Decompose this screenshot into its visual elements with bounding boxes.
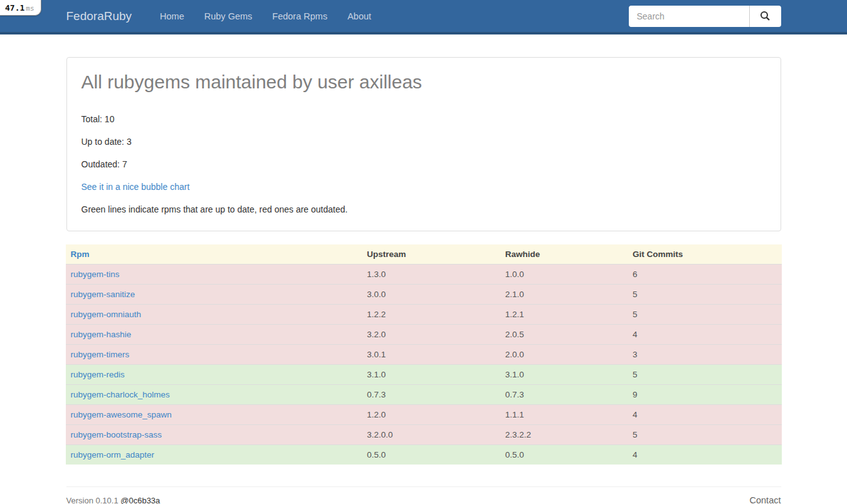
upstream-version: 1.3.0 <box>362 265 500 285</box>
table-row: rubygem-charlock_holmes0.7.30.7.39 <box>66 385 782 405</box>
bubble-chart-link[interactable]: See it in a nice bubble chart <box>82 182 190 192</box>
upstream-column-header: Upstream <box>362 244 500 265</box>
upstream-version: 3.0.0 <box>362 285 500 305</box>
rawhide-column-header: Rawhide <box>500 244 628 265</box>
brand-link[interactable]: FedoraRuby <box>66 9 142 23</box>
total-count: Total: 10 <box>82 113 766 125</box>
search-form <box>629 6 781 27</box>
rawhide-version: 3.1.0 <box>500 365 628 385</box>
upstream-version: 1.2.2 <box>362 305 500 325</box>
upstream-version: 0.5.0 <box>362 445 500 465</box>
git-commits-count: 9 <box>628 385 782 405</box>
version-info: Version 0.10.1 @0c6b33a <box>66 496 160 504</box>
summary-panel: All rubygems maintained by user axilleas… <box>66 57 781 231</box>
rpm-link[interactable]: rubygem-sanitize <box>71 290 135 299</box>
profiler-time: 47.1 <box>5 3 24 13</box>
main-nav: Home Ruby Gems Fedora Rpms About <box>150 0 381 32</box>
rawhide-version: 2.3.2.2 <box>500 425 628 445</box>
git-commits-count: 4 <box>628 445 782 465</box>
rawhide-version: 1.0.0 <box>500 265 628 285</box>
rawhide-version: 0.5.0 <box>500 445 628 465</box>
search-input[interactable] <box>629 6 750 27</box>
rpm-link[interactable]: rubygem-charlock_holmes <box>71 390 170 399</box>
main-content: All rubygems maintained by user axilleas… <box>57 57 791 504</box>
search-icon <box>760 11 771 21</box>
navbar: FedoraRuby Home Ruby Gems Fedora Rpms Ab… <box>0 0 847 34</box>
rawhide-version: 1.2.1 <box>500 305 628 325</box>
rawhide-version: 2.1.0 <box>500 285 628 305</box>
upstream-version: 1.2.0 <box>362 405 500 425</box>
nav-item-about[interactable]: About <box>337 0 381 32</box>
rpm-link[interactable]: rubygem-omniauth <box>71 310 142 319</box>
nav-item-fedora-rpms[interactable]: Fedora Rpms <box>262 0 337 32</box>
git-commits-column-header: Git Commits <box>628 244 782 265</box>
rpm-link[interactable]: rubygem-redis <box>71 370 125 379</box>
page-title: All rubygems maintained by user axilleas <box>82 71 766 93</box>
git-commits-count: 5 <box>628 365 782 385</box>
nav-item-home[interactable]: Home <box>150 0 194 32</box>
git-commits-count: 5 <box>628 285 782 305</box>
upstream-version: 3.2.0.0 <box>362 425 500 445</box>
profiler-unit: ms <box>26 4 34 13</box>
rawhide-version: 0.7.3 <box>500 385 628 405</box>
rpm-link[interactable]: rubygem-orm_adapter <box>71 450 155 459</box>
upstream-version: 0.7.3 <box>362 385 500 405</box>
profiler-badge[interactable]: 47.1ms <box>0 0 41 16</box>
page-footer: Version 0.10.1 @0c6b33a Contact <box>66 487 781 504</box>
up-to-date-count: Up to date: 3 <box>82 135 766 148</box>
table-row: rubygem-hashie3.2.02.0.54 <box>66 325 782 345</box>
table-row: rubygem-sanitize3.0.02.1.05 <box>66 285 782 305</box>
table-row: rubygem-redis3.1.03.1.05 <box>66 365 782 385</box>
rawhide-version: 1.1.1 <box>500 405 628 425</box>
table-row: rubygem-omniauth1.2.21.2.15 <box>66 305 782 325</box>
table-header-row: Rpm Upstream Rawhide Git Commits <box>66 244 782 265</box>
rawhide-version: 2.0.5 <box>500 325 628 345</box>
rpm-column-sort-link[interactable]: Rpm <box>71 249 90 259</box>
git-commits-count: 4 <box>628 405 782 425</box>
git-commits-count: 3 <box>628 345 782 365</box>
rawhide-version: 2.0.0 <box>500 345 628 365</box>
contact-link[interactable]: Contact <box>750 495 781 504</box>
rpm-link[interactable]: rubygem-bootstrap-sass <box>71 430 162 439</box>
upstream-version: 3.2.0 <box>362 325 500 345</box>
rpms-table: Rpm Upstream Rawhide Git Commits rubygem… <box>66 244 782 465</box>
rpm-link[interactable]: rubygem-awesome_spawn <box>71 410 172 419</box>
table-row: rubygem-bootstrap-sass3.2.0.02.3.2.25 <box>66 425 782 445</box>
rpm-link[interactable]: rubygem-hashie <box>71 330 132 339</box>
table-row: rubygem-tins1.3.01.0.06 <box>66 265 782 285</box>
upstream-version: 3.0.1 <box>362 345 500 365</box>
git-commits-count: 5 <box>628 305 782 325</box>
outdated-count: Outdated: 7 <box>82 158 766 171</box>
table-row: rubygem-timers3.0.12.0.03 <box>66 345 782 365</box>
search-button[interactable] <box>750 6 781 27</box>
nav-item-ruby-gems[interactable]: Ruby Gems <box>194 0 263 32</box>
rpm-link[interactable]: rubygem-tins <box>71 270 120 279</box>
git-commits-count: 6 <box>628 265 782 285</box>
table-row: rubygem-awesome_spawn1.2.01.1.14 <box>66 405 782 425</box>
git-commits-count: 5 <box>628 425 782 445</box>
git-commits-count: 4 <box>628 325 782 345</box>
upstream-version: 3.1.0 <box>362 365 500 385</box>
legend-note: Green lines indicate rpms that are up to… <box>82 203 766 216</box>
table-row: rubygem-orm_adapter0.5.00.5.04 <box>66 445 782 465</box>
rpm-link[interactable]: rubygem-timers <box>71 350 130 359</box>
version-text: Version 0.10.1 <box>66 496 118 504</box>
commit-link[interactable]: @0c6b33a <box>120 496 160 504</box>
